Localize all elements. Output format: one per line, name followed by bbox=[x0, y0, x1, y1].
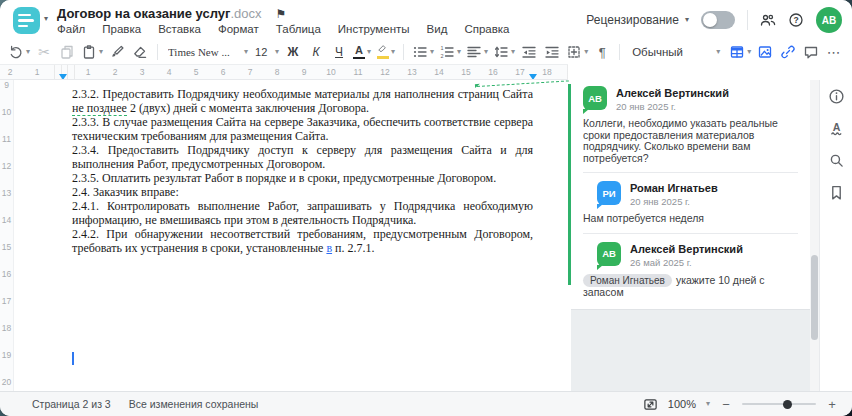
document-page[interactable]: 2.3.2. Предоставить Подрядчику необходим… bbox=[14, 80, 568, 391]
comment-date: 20 янв 2025 г. bbox=[616, 101, 729, 112]
collaborators-icon[interactable] bbox=[760, 12, 776, 28]
horizontal-ruler: 21 123456789101112131415161718 bbox=[0, 64, 568, 80]
chevron-down-icon: ▾ bbox=[275, 48, 279, 56]
numbered-list-button[interactable]: 12 ▾ bbox=[437, 41, 463, 63]
insert-comment-button[interactable] bbox=[800, 41, 822, 63]
paragraph[interactable]: 2.4. Заказчик вправе: bbox=[72, 185, 533, 199]
menu-item[interactable]: Справка bbox=[464, 23, 509, 35]
bullet-list-button[interactable]: ▾ bbox=[410, 41, 436, 63]
user-avatar[interactable]: АВ bbox=[816, 7, 842, 33]
ruler-number: 18 bbox=[0, 314, 13, 341]
zoom-out-button[interactable]: − bbox=[720, 397, 732, 412]
spellcheck-icon[interactable]: А bbox=[828, 120, 845, 137]
menu-item[interactable]: Файл bbox=[57, 23, 85, 35]
review-mode-select[interactable]: Рецензирование ▾ bbox=[586, 13, 689, 27]
ruler-number: 1 bbox=[24, 65, 51, 79]
decrease-indent-button[interactable] bbox=[518, 41, 540, 63]
ruler-number: 1 bbox=[75, 65, 102, 79]
ruler-number: 12 bbox=[372, 65, 399, 79]
chevron-down-icon: ▾ bbox=[716, 48, 720, 56]
menu-item[interactable]: Правка bbox=[102, 23, 141, 35]
paragraph[interactable]: 2.3.3. В случае размещения Сайта на серв… bbox=[72, 115, 533, 143]
bookmark-icon[interactable] bbox=[828, 184, 845, 201]
flag-icon[interactable]: ⚑ bbox=[276, 7, 287, 21]
scrollbar-track[interactable] bbox=[810, 80, 819, 391]
menu-item[interactable]: Вставка bbox=[158, 23, 201, 35]
document-text[interactable]: 2.3.2. Предоставить Подрядчику необходим… bbox=[72, 87, 533, 255]
mention-chip: Роман Игнатьев bbox=[583, 274, 672, 288]
svg-text:2: 2 bbox=[441, 53, 444, 59]
document-extension: .docx bbox=[230, 6, 261, 21]
ruler-number: 2 bbox=[102, 65, 129, 79]
insert-table-button[interactable]: ▾ bbox=[727, 41, 753, 63]
menu-item[interactable]: Таблица bbox=[276, 23, 321, 35]
zoom-in-button[interactable]: + bbox=[826, 397, 838, 412]
comment-connector-line bbox=[477, 80, 569, 87]
undo-button[interactable]: ▾ bbox=[6, 41, 32, 63]
svg-text:?: ? bbox=[793, 15, 798, 25]
comment-reply[interactable]: АВ Алексей Вертинский 26 май 2025 г. Ром… bbox=[583, 242, 798, 299]
cut-button[interactable]: ✂ bbox=[33, 41, 55, 63]
ruler-number: 6 bbox=[210, 65, 237, 79]
paste-button[interactable]: ▾ bbox=[79, 41, 105, 63]
copy-button[interactable] bbox=[56, 41, 78, 63]
ruler-number: 8 bbox=[264, 65, 291, 79]
paragraph[interactable]: 2.4.2. При обнаружении несоответствий тр… bbox=[72, 227, 533, 255]
chevron-down-icon[interactable]: ▾ bbox=[706, 400, 710, 408]
fit-to-width-icon[interactable] bbox=[643, 397, 658, 412]
insert-image-button[interactable] bbox=[754, 41, 776, 63]
chevron-down-icon: ▾ bbox=[685, 16, 689, 24]
ruler-number: 10 bbox=[0, 98, 13, 125]
menu-item[interactable]: Инструменты bbox=[338, 23, 410, 35]
zoom-level[interactable]: 100% bbox=[668, 398, 696, 410]
paragraph[interactable]: 2.3.4. Предоставить Подрядчику доступ к … bbox=[72, 143, 533, 171]
align-button[interactable]: ▾ bbox=[464, 41, 490, 63]
insert-link-button[interactable] bbox=[777, 41, 799, 63]
italic-button[interactable]: К bbox=[305, 41, 327, 63]
svg-text:1: 1 bbox=[441, 45, 444, 51]
clear-formatting-button[interactable] bbox=[129, 41, 151, 63]
scrollbar-thumb[interactable] bbox=[811, 255, 818, 340]
paragraph[interactable]: 2.3.5. Оплатить результат Работ в порядк… bbox=[72, 171, 533, 185]
paragraph-style-select[interactable]: Обычный ▾ bbox=[626, 41, 726, 63]
ruler-number: 12 bbox=[0, 152, 13, 179]
comment-reply[interactable]: РИ Роман Игнатьев 20 янв 2025 г. Нам пот… bbox=[583, 181, 798, 225]
review-toggle[interactable] bbox=[701, 11, 735, 29]
line-spacing-button[interactable]: ▾ bbox=[491, 41, 517, 63]
font-size-select[interactable]: 12 ▾ bbox=[253, 41, 281, 63]
format-painter-button[interactable] bbox=[106, 41, 128, 63]
page-indicator[interactable]: Страница 2 из 3 bbox=[32, 398, 111, 410]
menu-item[interactable]: Формат bbox=[218, 23, 259, 35]
paragraph[interactable]: 2.3.2. Предоставить Подрядчику необходим… bbox=[72, 87, 533, 115]
ruler-number: 11 bbox=[345, 65, 372, 79]
increase-indent-button[interactable] bbox=[541, 41, 563, 63]
comment-thread[interactable]: АВ Алексей Вертинский 20 янв 2025 г. Кол… bbox=[571, 80, 810, 310]
help-icon[interactable]: ? bbox=[788, 12, 804, 28]
info-icon[interactable] bbox=[828, 88, 845, 105]
show-formatting-marks-button[interactable]: ¶ bbox=[591, 41, 613, 63]
comments-panel: АВ Алексей Вертинский 20 янв 2025 г. Кол… bbox=[571, 80, 810, 391]
vertical-ruler: 91011121314151617181920 bbox=[0, 80, 14, 391]
paragraph[interactable]: 2.4.1. Контролировать выполнение Работ, … bbox=[72, 199, 533, 227]
more-tools-button[interactable]: ⋯ bbox=[823, 41, 845, 63]
logo-menu-caret-icon[interactable]: ▾ bbox=[44, 14, 48, 23]
paragraph-borders-button[interactable]: ▾ bbox=[564, 41, 590, 63]
menu-item[interactable]: Вид bbox=[427, 23, 448, 35]
document-area: 91011121314151617181920 2.3.2. Предостав… bbox=[0, 80, 852, 391]
chevron-down-icon: ▾ bbox=[457, 48, 461, 56]
app-logo-icon[interactable] bbox=[13, 7, 40, 34]
search-icon[interactable] bbox=[828, 152, 845, 169]
zoom-slider[interactable] bbox=[742, 403, 816, 405]
comment-author-name: Роман Игнатьев bbox=[630, 181, 718, 194]
commented-text[interactable]: не позднее bbox=[72, 101, 127, 116]
comment-avatar: АВ bbox=[583, 86, 607, 110]
font-color-button[interactable]: А ▾ bbox=[351, 41, 373, 63]
highlight-color-button[interactable]: ▾ bbox=[374, 41, 397, 63]
bold-button[interactable]: Ж bbox=[282, 41, 304, 63]
chevron-down-icon: ▾ bbox=[26, 48, 30, 56]
ruler-number: 15 bbox=[0, 233, 13, 260]
underline-button[interactable]: Ч bbox=[328, 41, 350, 63]
menu-bar: ФайлПравкаВставкаФорматТаблицаИнструмент… bbox=[57, 23, 510, 35]
font-family-select[interactable]: Times New ... ▾ bbox=[164, 41, 252, 63]
zoom-slider-knob[interactable] bbox=[783, 400, 792, 409]
